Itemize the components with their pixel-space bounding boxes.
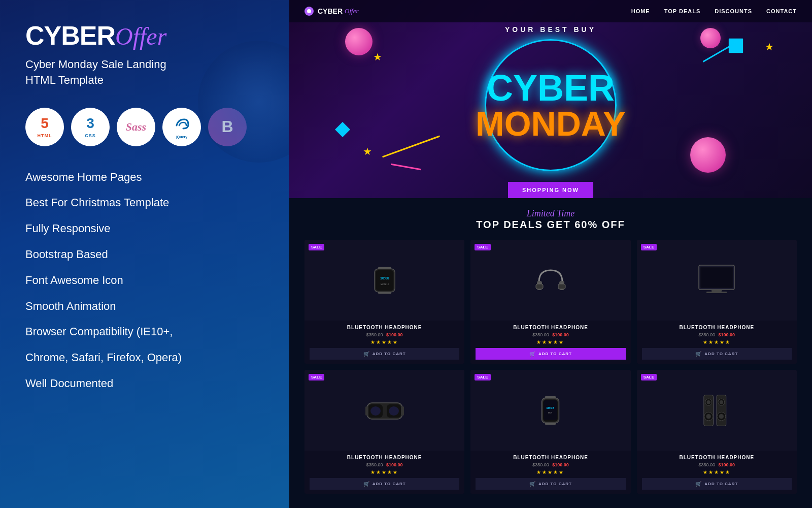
product-image-6: SALE	[637, 370, 797, 451]
product-stars-1: ★★★★★	[310, 339, 459, 345]
product-info-6: BLUETOOTH HEADPHONE $350.00 $100.00 ★★★★…	[637, 451, 797, 494]
feature-responsive: Fully Responsive	[25, 216, 264, 242]
nav-logo-cyber: CYBER	[318, 7, 343, 15]
bootstrap-icon: B	[221, 117, 233, 136]
hero-nav-links: HOME TOP DEALS DISCOUNTS CONTACT	[631, 8, 797, 14]
tech-badges: 5 HTML 3 CSS Sass jQuery B	[25, 108, 264, 146]
product-price-3: $350.00 $100.00	[642, 332, 792, 337]
svg-point-36	[719, 400, 723, 403]
product-price-5: $350.00 $100.00	[476, 462, 625, 467]
svg-rect-12	[712, 290, 722, 292]
product-name-2: BLUETOOTH HEADPHONE	[476, 325, 625, 330]
hero-section: CYBER Offer HOME TOP DEALS DISCOUNTS CON…	[289, 0, 812, 198]
product-stars-6: ★★★★★	[642, 469, 792, 475]
feature-browser-compat-1: Browser Compatibility (IE10+,	[25, 319, 264, 345]
badge-html5: 5 HTML	[25, 108, 64, 146]
product-info-4: BLUETOOTH HEADPHONE $350.00 $100.00 ★★★★…	[304, 451, 464, 494]
feature-documented: Well Documented	[25, 371, 264, 397]
product-stars-4: ★★★★★	[310, 469, 459, 475]
headphone-icon	[533, 263, 568, 298]
badge-sass: Sass	[117, 108, 155, 146]
product-info-5: BLUETOOTH HEADPHONE $350.00 $100.00 ★★★★…	[470, 451, 630, 494]
svg-rect-14	[701, 268, 732, 287]
price-old-1: $350.00	[366, 332, 383, 337]
svg-point-38	[719, 414, 724, 419]
product-stars-2: ★★★★★	[476, 339, 625, 345]
price-new-6: $100.00	[719, 462, 735, 467]
svg-rect-21	[401, 406, 404, 416]
product-card-1: SALE 10:08 MON 12 BLUETOOTH HEADPHONE $3…	[304, 240, 464, 364]
svg-point-18	[370, 406, 381, 416]
price-new-5: $100.00	[552, 462, 569, 467]
nav-link-contact[interactable]: CONTACT	[766, 8, 797, 14]
svg-rect-8	[536, 284, 543, 289]
price-new-2: $100.00	[552, 332, 569, 337]
sale-badge-2: SALE	[475, 244, 490, 250]
nav-logo-dot	[304, 7, 314, 16]
vr-headset-icon	[364, 395, 405, 426]
left-panel: CYBER Offer Cyber Monday Sale Landing HT…	[0, 0, 289, 508]
product-name-4: BLUETOOTH HEADPHONE	[310, 455, 459, 460]
css3-label: CSS	[85, 133, 96, 138]
hero-monday-text: MONDAY	[476, 106, 626, 141]
svg-point-19	[389, 406, 399, 416]
sale-badge-1: SALE	[309, 244, 324, 250]
right-panel: CYBER Offer HOME TOP DEALS DISCOUNTS CON…	[289, 0, 812, 508]
product-card-3: SALE BLUETOOTH HEADPHONE $350.00 $100.00	[637, 240, 797, 364]
product-info-2: BLUETOOTH HEADPHONE $350.00 $100.00 ★★★★…	[470, 321, 630, 364]
add-to-cart-btn-4[interactable]: 🛒 ADD TO CART	[310, 478, 459, 490]
cart-icon-2: 🛒	[529, 351, 536, 357]
product-image-5: SALE 10:08 MON	[470, 370, 630, 451]
svg-rect-3	[376, 270, 393, 290]
product-price-2: $350.00 $100.00	[476, 332, 625, 337]
hero-nav-logo: CYBER Offer	[304, 7, 358, 16]
feature-awesome-home: Awesome Home Pages	[25, 165, 264, 190]
product-name-5: BLUETOOTH HEADPHONE	[476, 455, 625, 460]
nav-link-topdeals[interactable]: TOP DEALS	[664, 8, 701, 14]
badge-css3: 3 CSS	[71, 108, 110, 146]
add-to-cart-btn-1[interactable]: 🛒 ADD TO CART	[310, 348, 459, 360]
svg-text:MON 12: MON 12	[381, 282, 389, 285]
sale-badge-5: SALE	[475, 374, 490, 380]
price-old-6: $350.00	[699, 462, 716, 467]
cart-icon-3: 🛒	[695, 351, 702, 357]
limited-time-label: Limited Time	[304, 208, 797, 219]
product-image-1: SALE 10:08 MON 12	[304, 240, 464, 321]
svg-rect-9	[558, 284, 565, 289]
css3-icon: 3	[86, 115, 94, 132]
section-title: TOP DEALS GET 60% OFF	[304, 219, 797, 231]
product-card-2: SALE BLUETOOTH HEADPHONE $350.00 $100.00	[470, 240, 630, 364]
svg-rect-13	[706, 292, 727, 293]
cart-icon-5: 🛒	[529, 481, 536, 487]
add-to-cart-btn-5[interactable]: 🛒 ADD TO CART	[476, 478, 625, 490]
price-old-5: $350.00	[532, 462, 549, 467]
sale-badge-6: SALE	[641, 374, 657, 380]
logo-offer: Offer	[115, 22, 166, 50]
subtitle: Cyber Monday Sale Landing HTML Template	[25, 57, 264, 88]
add-to-cart-btn-6[interactable]: 🛒 ADD TO CART	[642, 478, 792, 490]
shop-now-button[interactable]: SHOPPING NOW	[508, 182, 593, 198]
product-card-4: SALE BLUETOOTH HEADPHONE $350.00	[304, 370, 464, 494]
svg-point-31	[706, 400, 710, 403]
product-card-6: SALE BLUETOOTH HEADP	[637, 370, 797, 494]
add-to-cart-btn-2[interactable]: 🛒 ADD TO CART	[476, 348, 625, 360]
cart-icon-1: 🛒	[363, 351, 370, 357]
cart-icon-6: 🛒	[695, 481, 702, 487]
hero-tagline: YOUR BEST BUY	[505, 25, 596, 34]
product-price-4: $350.00 $100.00	[310, 462, 459, 467]
price-new-3: $100.00	[719, 332, 735, 337]
price-old-2: $350.00	[532, 332, 549, 337]
svg-rect-20	[365, 406, 368, 416]
product-image-3: SALE	[637, 240, 797, 321]
nav-link-discounts[interactable]: DISCOUNTS	[715, 8, 752, 14]
smartwatch-icon: 10:08 MON 12	[367, 263, 402, 298]
add-to-cart-btn-3[interactable]: 🛒 ADD TO CART	[642, 348, 792, 360]
feature-smooth-animation: Smooth Animation	[25, 294, 264, 320]
nav-link-home[interactable]: HOME	[631, 8, 650, 14]
price-new-4: $100.00	[386, 462, 403, 467]
feature-bootstrap: Bootstrap Based	[25, 242, 264, 268]
logo: CYBER Offer	[25, 20, 264, 51]
product-price-6: $350.00 $100.00	[642, 462, 792, 467]
product-name-1: BLUETOOTH HEADPHONE	[310, 325, 459, 330]
svg-rect-26	[544, 400, 557, 420]
